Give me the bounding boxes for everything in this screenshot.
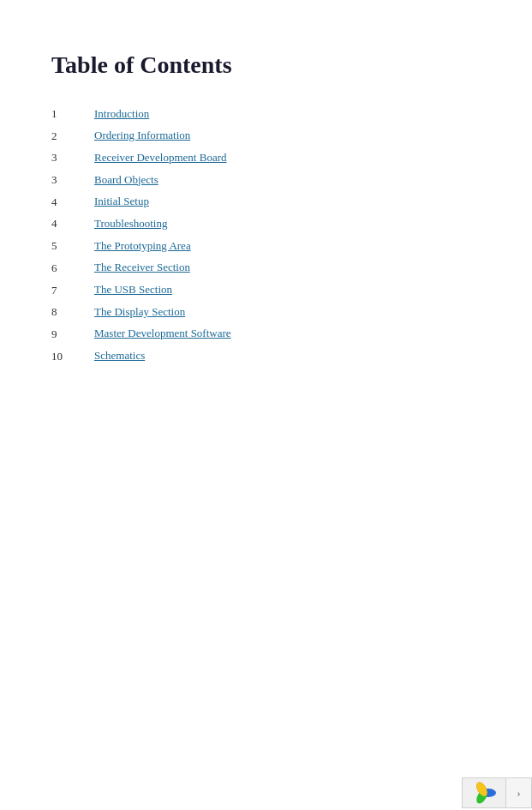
- yote-logo-icon: [471, 780, 497, 806]
- toc-number: 10: [51, 345, 86, 368]
- toc-row: 1Introduction: [51, 103, 481, 125]
- next-arrow-icon: ›: [517, 787, 521, 800]
- toc-number: 6: [51, 257, 86, 279]
- toc-entry-label[interactable]: Initial Setup: [86, 191, 481, 213]
- toc-number: 4: [51, 191, 86, 213]
- toc-entry-label[interactable]: The Prototyping Area: [86, 235, 481, 257]
- logo-box: [462, 777, 506, 808]
- toc-row: 6The Receiver Section: [51, 257, 481, 279]
- toc-number: 4: [51, 213, 86, 235]
- toc-row: 4Troubleshooting: [51, 213, 481, 235]
- toc-row: 3Board Objects: [51, 169, 481, 191]
- toc-entry-label[interactable]: The Display Section: [86, 301, 481, 323]
- toc-entry-label[interactable]: Receiver Development Board: [86, 147, 481, 169]
- toc-entry-label[interactable]: Schematics: [86, 345, 481, 368]
- toc-entry-label[interactable]: The Receiver Section: [86, 257, 481, 279]
- toc-entry-label[interactable]: Master Development Software: [86, 323, 481, 345]
- toc-entry-label[interactable]: Troubleshooting: [86, 213, 481, 235]
- next-page-button[interactable]: ›: [506, 777, 532, 808]
- toc-number: 3: [51, 169, 86, 191]
- toc-entry-label[interactable]: The USB Section: [86, 279, 481, 302]
- toc-number: 3: [51, 147, 86, 169]
- toc-entry-label[interactable]: Introduction: [86, 103, 481, 125]
- bottom-bar: ›: [0, 776, 532, 810]
- toc-number: 7: [51, 279, 86, 302]
- toc-number: 2: [51, 125, 86, 147]
- page-container: Table of Contents 1Introduction2Ordering…: [0, 0, 532, 810]
- toc-row: 2Ordering Information: [51, 125, 481, 147]
- toc-number: 8: [51, 301, 86, 323]
- toc-row: 5The Prototyping Area: [51, 235, 481, 257]
- toc-row: 4Initial Setup: [51, 191, 481, 213]
- toc-row: 10Schematics: [51, 345, 481, 368]
- toc-row: 7The USB Section: [51, 279, 481, 302]
- toc-row: 3Receiver Development Board: [51, 147, 481, 169]
- toc-table: 1Introduction2Ordering Information3Recei…: [51, 103, 481, 367]
- toc-number: 1: [51, 103, 86, 125]
- toc-number: 9: [51, 323, 86, 345]
- toc-row: 8The Display Section: [51, 301, 481, 323]
- toc-number: 5: [51, 235, 86, 257]
- toc-entry-label[interactable]: Board Objects: [86, 169, 481, 191]
- toc-entry-label[interactable]: Ordering Information: [86, 125, 481, 147]
- toc-title: Table of Contents: [51, 51, 481, 79]
- toc-row: 9Master Development Software: [51, 323, 481, 345]
